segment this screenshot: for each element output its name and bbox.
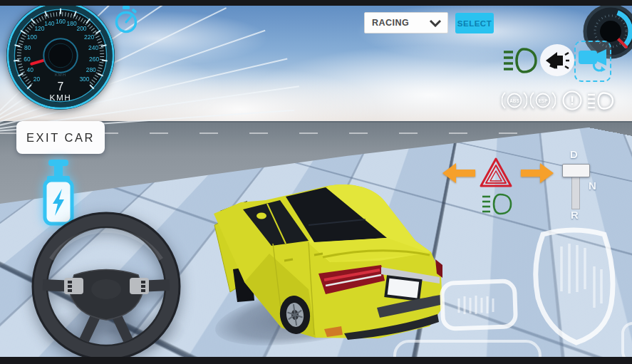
game-screen: 20 40 60 80 100 120 140 160 180 200 220 … — [0, 0, 632, 364]
gauge-unit-small: KMH — [55, 73, 66, 77]
speed-value: 7 — [58, 80, 64, 93]
left-arrow-icon — [442, 163, 475, 183]
exit-car-button[interactable]: EXIT CAR — [16, 121, 105, 154]
gauge-tick-label: 240 — [88, 44, 98, 51]
warning-label: ! — [570, 94, 574, 108]
gear-label-reverse: R — [571, 209, 579, 221]
abs-label: ABS — [509, 98, 519, 103]
esp-indicator[interactable]: ESP — [530, 90, 556, 111]
gauge-tick-label: 60 — [24, 56, 31, 63]
brake-pedal-button[interactable] — [439, 279, 519, 331]
gear-track — [571, 176, 580, 209]
speedometer-gauge: 20 40 60 80 100 120 140 160 180 200 220 … — [4, 1, 117, 110]
esp-label: ESP — [538, 98, 548, 103]
lights-indicator[interactable] — [587, 91, 614, 110]
steering-wheel[interactable] — [30, 209, 183, 363]
pedal-tread — [459, 296, 493, 314]
gauge-tick-label: 280 — [86, 66, 96, 73]
mode-dropdown-value: RACING — [372, 18, 429, 28]
bottom-letterbox-bar — [0, 357, 632, 364]
hazard-triangle-icon — [481, 159, 511, 186]
warning-indicator[interactable]: ! — [560, 88, 584, 113]
gauge-tick-label: 260 — [89, 56, 99, 63]
gauge-tick-label: 40 — [27, 66, 34, 73]
right-arrow-button[interactable] — [521, 162, 554, 184]
top-letterbox-bar — [0, 0, 632, 6]
player-car — [202, 175, 451, 345]
gear-label-drive: D — [570, 148, 578, 160]
video-camera-icon — [577, 46, 608, 76]
gauge-tick-label: 160 — [56, 18, 66, 25]
camera-toggle-button[interactable] — [574, 41, 611, 82]
right-arrow-icon — [521, 163, 554, 183]
horn-icon — [544, 50, 570, 71]
horn-button[interactable] — [540, 44, 574, 76]
gauge-tick-label: 300 — [79, 76, 89, 83]
low-beam-indicator — [481, 192, 513, 217]
gear-handle[interactable] — [562, 164, 590, 177]
gauge-tick-label: 180 — [67, 20, 77, 27]
gauge-tick-label: 200 — [76, 25, 86, 32]
headlights-button[interactable] — [502, 46, 538, 76]
gauge-tick-label: 100 — [27, 33, 37, 41]
accelerator-pedal-button[interactable] — [524, 224, 623, 349]
gear-shifter: D N R — [557, 146, 603, 226]
left-arrow-button[interactable] — [442, 162, 475, 184]
speed-unit: KMH — [50, 93, 72, 103]
select-button[interactable]: SELECT — [455, 13, 494, 33]
headlight-icon — [482, 194, 511, 214]
stopwatch-icon[interactable] — [113, 5, 140, 35]
gauge-tick-label: 140 — [44, 20, 54, 27]
hazard-button[interactable] — [479, 157, 513, 191]
mode-dropdown[interactable]: RACING — [364, 12, 448, 33]
gauge-tick-label: 120 — [34, 25, 44, 32]
headlight-icon — [504, 49, 536, 72]
abs-indicator[interactable]: ABS — [502, 90, 527, 111]
gauge-tick-label: 20 — [33, 76, 41, 83]
headlight-icon — [588, 93, 613, 109]
gauge-tick-label: 80 — [24, 44, 31, 51]
gear-label-neutral: N — [589, 180, 596, 192]
gauge-tick-label: 220 — [84, 33, 94, 41]
chevron-down-icon — [429, 19, 442, 27]
